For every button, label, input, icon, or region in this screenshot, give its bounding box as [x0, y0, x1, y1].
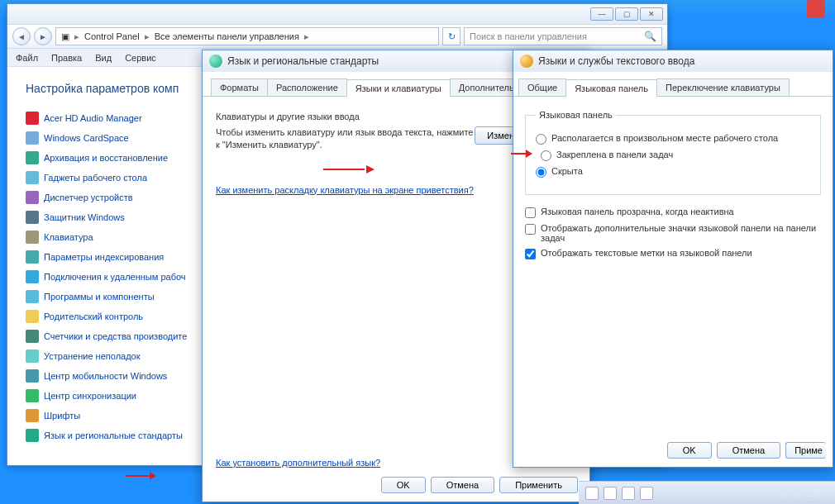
breadcrumb[interactable]: ▣ ▸ Control Panel ▸ Все элементы панели … — [55, 27, 439, 45]
cancel-button[interactable]: Отмена — [717, 442, 780, 459]
applet-link[interactable]: Параметры индексирования — [44, 252, 164, 262]
help-link-install-lang[interactable]: Как установить дополнительный язык? — [216, 458, 380, 468]
applet-icon — [26, 151, 39, 164]
applet-link[interactable]: Шрифты — [44, 411, 80, 421]
search-input[interactable]: Поиск в панели управления 🔍 — [464, 27, 662, 45]
applet-link[interactable]: Центр мобильности Windows — [44, 371, 167, 381]
dialog-footer: OK Отмена Приме — [667, 442, 826, 459]
help-link-layout[interactable]: Как изменить раскладку клавиатуры на экр… — [216, 185, 474, 195]
applet-icon — [26, 211, 39, 224]
minimize-button[interactable]: — — [590, 7, 613, 21]
taskbar: Volume: 100% — [579, 481, 835, 504]
check-label: Отображать текстовые метки на языковой п… — [541, 248, 752, 258]
checkbox-input[interactable] — [525, 249, 536, 259]
maximize-button[interactable]: ▢ — [615, 7, 638, 21]
applet-icon — [26, 310, 39, 323]
check-label: Языковая панель прозрачна, когда неактив… — [541, 207, 734, 216]
applet-link[interactable]: Windows CardSpace — [44, 133, 129, 143]
tray-app-icon[interactable] — [585, 487, 599, 500]
applet-link[interactable]: Устранение неполадок — [44, 351, 141, 361]
menu-view[interactable]: Вид — [95, 53, 112, 63]
menu-tools[interactable]: Сервис — [125, 53, 156, 63]
applet-link[interactable]: Центр синхронизации — [44, 391, 136, 401]
radio-label: Располагается в произвольном месте рабоч… — [551, 133, 778, 143]
applet-link[interactable]: Защитник Windows — [44, 212, 125, 222]
tab-formats[interactable]: Форматы — [211, 78, 268, 96]
refresh-button[interactable]: ↻ — [442, 27, 460, 45]
forward-button[interactable]: ► — [34, 27, 52, 45]
tab-general[interactable]: Общие — [518, 78, 566, 96]
checkbox-input[interactable] — [525, 207, 536, 218]
menu-edit[interactable]: Правка — [51, 53, 82, 63]
applet-link[interactable]: Программы и компоненты — [44, 292, 155, 302]
applet-link[interactable]: Клавиатура — [44, 232, 93, 242]
radio-floating[interactable]: Располагается в произвольном месте рабоч… — [536, 133, 810, 145]
radio-input[interactable] — [536, 167, 546, 178]
fieldset-label: Языковая панель — [536, 110, 616, 120]
breadcrumb-part[interactable]: Все элементы панели управления — [155, 31, 299, 41]
applet-link[interactable]: Диспетчер устройств — [44, 193, 133, 202]
check-transparent[interactable]: Языковая панель прозрачна, когда неактив… — [525, 207, 821, 218]
applet-icon — [26, 191, 39, 204]
dialog-body: Языковая панель Располагается в произвол… — [513, 97, 833, 273]
applet-icon — [26, 250, 39, 264]
radio-label: Скрыта — [551, 166, 583, 176]
tab-location[interactable]: Расположение — [267, 78, 347, 96]
applet-icon — [26, 112, 39, 125]
search-icon: 🔍 — [644, 31, 656, 42]
applet-icon — [26, 389, 39, 402]
tray-speaker-icon[interactable] — [640, 487, 653, 500]
applet-link[interactable]: Подключения к удаленным рабоч — [44, 272, 186, 282]
apply-button[interactable]: Приме — [785, 442, 826, 459]
applet-link[interactable]: Язык и региональные стандарты — [44, 430, 183, 440]
tray-badge-icon — [807, 0, 825, 18]
back-button[interactable]: ◄ — [12, 27, 31, 45]
ok-button[interactable]: OK — [667, 442, 712, 459]
radio-docked[interactable]: Закреплена в панели задач — [536, 150, 810, 161]
applet-icon — [26, 349, 39, 363]
dialog-title: Язык и региональные стандарты — [227, 55, 379, 67]
applet-icon — [26, 131, 39, 145]
applet-link[interactable]: Гаджеты рабочего стола — [44, 173, 147, 183]
radio-input[interactable] — [536, 134, 546, 145]
radio-hidden[interactable]: Скрыта — [536, 166, 810, 178]
text-services-dialog: Языки и службы текстового ввода Общие Яз… — [513, 50, 833, 468]
dialog-titlebar: Языки и службы текстового ввода — [513, 50, 833, 72]
tab-language-bar[interactable]: Языковая панель — [565, 79, 657, 97]
applet-link[interactable]: Архивация и восстановление — [44, 153, 168, 163]
globe-icon — [209, 55, 222, 68]
apply-button[interactable]: Применить — [499, 477, 578, 493]
control-panel-icon: ▣ — [61, 31, 69, 42]
cancel-button[interactable]: Отмена — [431, 477, 494, 493]
window-titlebar: — ▢ ✕ — [7, 4, 667, 24]
breadcrumb-part[interactable]: Control Panel — [84, 31, 140, 41]
applet-icon — [26, 369, 39, 383]
menu-file[interactable]: Файл — [16, 53, 38, 63]
checkbox-input[interactable] — [525, 224, 536, 235]
nav-toolbar: ◄ ► ▣ ▸ Control Panel ▸ Все элементы пан… — [7, 24, 667, 49]
applet-link[interactable]: Acer HD Audio Manager — [44, 113, 142, 123]
tab-row: Общие Языковая панель Переключение клави… — [513, 72, 833, 97]
tray-app-icon[interactable] — [604, 487, 617, 500]
chevron-right-icon: ▸ — [301, 31, 313, 42]
tab-switch-keyboard[interactable]: Переключение клавиатуры — [656, 78, 790, 96]
applet-icon — [26, 270, 39, 283]
tab-keyboards[interactable]: Языки и клавиатуры — [346, 79, 451, 97]
volume-tooltip: Volume: 100% — [770, 488, 828, 498]
applet-link[interactable]: Счетчики и средства производите — [44, 331, 187, 341]
annotation-arrow-icon — [511, 150, 532, 158]
applet-icon — [26, 171, 39, 184]
applet-link[interactable]: Родительский контроль — [44, 311, 143, 321]
radio-input[interactable] — [541, 150, 551, 161]
language-bar-fieldset: Языковая панель Располагается в произвол… — [525, 110, 821, 195]
check-text-labels[interactable]: Отображать текстовые метки на языковой п… — [525, 248, 821, 259]
applet-icon — [26, 231, 39, 244]
chevron-right-icon: ▸ — [71, 31, 83, 42]
radio-label: Закреплена в панели задач — [556, 150, 673, 159]
close-button[interactable]: ✕ — [640, 7, 663, 21]
applet-icon — [26, 409, 39, 422]
check-extra-icons[interactable]: Отображать дополнительные значки языково… — [525, 223, 821, 243]
ok-button[interactable]: OK — [381, 477, 426, 493]
tray-app-icon[interactable] — [622, 487, 635, 500]
chevron-right-icon: ▸ — [141, 31, 153, 42]
